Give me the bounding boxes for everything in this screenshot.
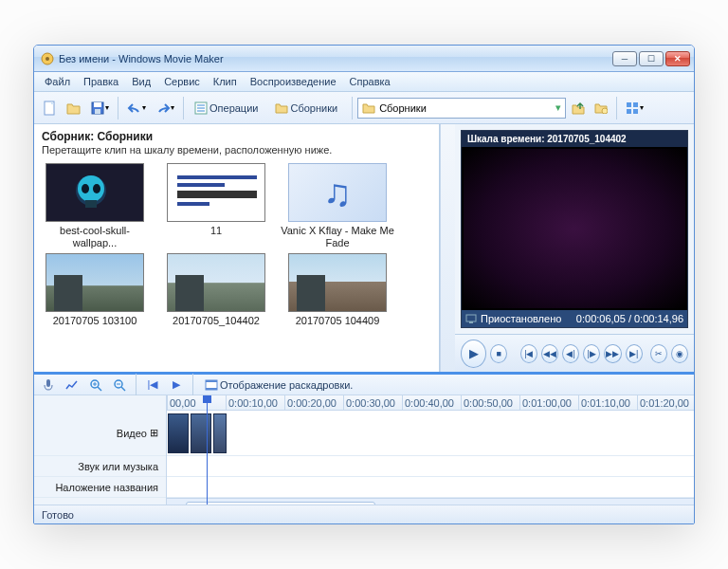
clip-caption: 11 — [159, 225, 273, 249]
menu-help[interactable]: Справка — [343, 74, 397, 89]
svg-rect-4 — [94, 102, 101, 107]
timeline-clip[interactable] — [191, 413, 211, 453]
menu-view[interactable]: Вид — [125, 74, 157, 89]
svg-rect-16 — [85, 200, 97, 208]
menu-file[interactable]: Файл — [38, 74, 77, 89]
timeline-ruler[interactable]: 00,000:00:10,000:00:20,000:00:30,000:00:… — [167, 395, 694, 411]
preview-pane: Шкала времени: 20170705_104402 Приостано… — [455, 124, 694, 372]
clip-item[interactable]: 11 — [159, 163, 273, 249]
tl-narrate-button[interactable] — [38, 374, 59, 396]
new-button[interactable] — [40, 97, 61, 119]
clip-item[interactable]: best-cool-skull-wallpap... — [38, 163, 152, 249]
menu-tools[interactable]: Сервис — [157, 74, 207, 89]
video-track[interactable] — [167, 411, 694, 456]
menubar: Файл Правка Вид Сервис Клип Воспроизведе… — [34, 72, 694, 92]
up-folder-button[interactable] — [568, 97, 589, 119]
toolbar: ▾ ▾ ▾ Операции Сборники Сборники ▾ ▾ — [34, 92, 694, 124]
menu-clip[interactable]: Клип — [207, 74, 244, 89]
vertical-scrollbar[interactable] — [440, 124, 455, 372]
new-folder-button[interactable] — [591, 97, 611, 119]
tl-audio-levels-button[interactable] — [62, 374, 82, 396]
preview-controls: ▶ ■ |◀ ◀◀ ◀| |▶ ▶▶ ▶| ✂ ◉ — [455, 334, 694, 372]
clip-caption: Vanic X Kflay - Make Me Fade — [281, 225, 394, 249]
next-button[interactable]: ▶| — [626, 344, 643, 363]
clip-caption: best-cool-skull-wallpap... — [38, 225, 152, 249]
clip-thumbnail — [288, 253, 387, 312]
window-title: Без имени - Windows Movie Maker — [59, 53, 612, 64]
clip-thumbnail — [46, 253, 144, 312]
clip-thumbnail: ♫ — [288, 163, 387, 222]
content-area: Сборник: Сборники Перетащите клип на шка… — [34, 124, 694, 372]
tl-zoom-in-button[interactable] — [85, 374, 106, 396]
split-button[interactable]: ✂ — [650, 344, 667, 363]
step-fwd-button[interactable]: |▶ — [583, 344, 600, 363]
chevron-down-icon: ▾ — [555, 101, 561, 114]
redo-button[interactable]: ▾ — [152, 97, 178, 119]
collection-subtitle: Перетащите клип на шкалу времени, распол… — [42, 144, 431, 156]
timeline-clip[interactable] — [213, 413, 227, 453]
step-back-button[interactable]: ◀| — [562, 344, 579, 363]
clip-item[interactable]: ♫ Vanic X Kflay - Make Me Fade — [281, 163, 394, 249]
tl-zoom-out-button[interactable] — [109, 374, 130, 396]
app-icon — [40, 51, 55, 66]
tasks-button[interactable]: Операции — [189, 97, 267, 119]
svg-rect-17 — [466, 315, 476, 321]
track-label-title: Наложение названия — [34, 477, 166, 498]
clip-item[interactable]: 20170705_104402 — [159, 253, 273, 340]
monitor-icon — [465, 313, 477, 324]
play-button[interactable]: ▶ — [461, 340, 486, 368]
stop-button[interactable]: ■ — [490, 344, 507, 363]
playhead[interactable] — [207, 395, 208, 505]
timeline-tracks[interactable]: 00,000:00:10,000:00:20,000:00:30,000:00:… — [167, 395, 694, 505]
prev-button[interactable]: |◀ — [520, 344, 537, 363]
combo-label: Сборники — [379, 102, 427, 114]
statusbar: Готово — [34, 505, 694, 523]
clip-thumbnail — [167, 253, 265, 312]
svg-point-7 — [602, 108, 608, 114]
svg-rect-11 — [633, 109, 638, 114]
tl-storyboard-button[interactable]: Отображение раскадровки. — [199, 374, 362, 396]
preview-status-bar: Приостановлено 0:00:06,05 / 0:00:14,96 — [462, 310, 687, 327]
preview-title: Шкала времени: 20170705_104402 — [462, 131, 687, 147]
svg-point-14 — [82, 184, 89, 193]
title-track[interactable] — [167, 477, 694, 498]
svg-rect-18 — [469, 321, 473, 323]
undo-button[interactable]: ▾ — [123, 97, 150, 119]
status-text: Готово — [42, 509, 74, 521]
preview-screen: Шкала времени: 20170705_104402 Приостано… — [461, 130, 688, 328]
titlebar[interactable]: Без имени - Windows Movie Maker ─ ☐ ✕ — [34, 46, 694, 72]
collections-button[interactable]: Сборники — [269, 97, 347, 119]
timeline-hscroll[interactable] — [167, 498, 694, 505]
tl-play-button[interactable]: ▶ — [166, 374, 187, 396]
maximize-button[interactable]: ☐ — [639, 51, 664, 66]
tl-rewind-button[interactable]: |◀ — [142, 374, 163, 396]
open-button[interactable] — [63, 97, 85, 119]
svg-point-1 — [46, 57, 49, 61]
minimize-button[interactable]: ─ — [612, 51, 637, 66]
timeline-clip[interactable] — [168, 413, 189, 453]
collection-title: Сборник: Сборники — [42, 130, 431, 143]
collection-combo[interactable]: Сборники ▾ — [357, 98, 566, 119]
menu-edit[interactable]: Правка — [77, 74, 125, 89]
clip-item[interactable]: 20170705 104409 — [281, 253, 394, 340]
fastfwd-button[interactable]: ▶▶ — [604, 344, 621, 363]
close-button[interactable]: ✕ — [665, 51, 690, 66]
svg-rect-10 — [627, 109, 631, 114]
rewind-button[interactable]: ◀◀ — [541, 344, 558, 363]
timeline-panel: |◀ ▶ Отображение раскадровки. Видео ⊞ Зв… — [34, 372, 694, 505]
svg-rect-19 — [46, 379, 50, 387]
clip-caption: 20170705 104409 — [281, 315, 394, 340]
snapshot-button[interactable]: ◉ — [671, 344, 688, 363]
collection-pane: Сборник: Сборники Перетащите клип на шка… — [34, 124, 440, 372]
clip-thumbnail — [167, 163, 265, 222]
menu-play[interactable]: Воспроизведение — [244, 74, 343, 89]
timeline-toolbar: |◀ ▶ Отображение раскадровки. — [34, 375, 694, 395]
svg-rect-24 — [206, 388, 217, 390]
clip-item[interactable]: 20170705 103100 — [38, 253, 152, 340]
clip-thumbnail — [46, 163, 144, 222]
audio-track[interactable] — [167, 456, 694, 477]
view-button[interactable]: ▾ — [622, 97, 647, 119]
preview-video[interactable] — [464, 149, 685, 308]
clip-caption: 20170705 103100 — [38, 315, 152, 340]
save-button[interactable]: ▾ — [87, 97, 113, 119]
